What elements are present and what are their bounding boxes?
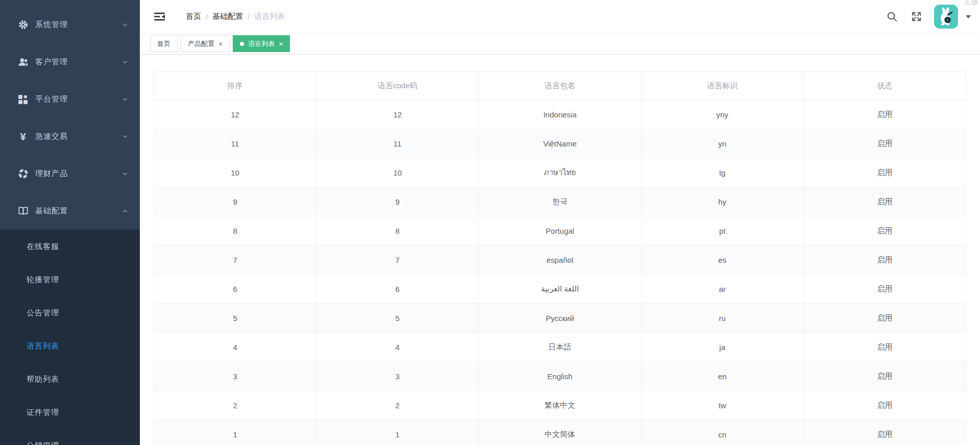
active-dot-icon <box>240 42 244 46</box>
tags-view-bar: 首页 产品配置 × 语言列表 × <box>140 33 980 55</box>
cell-sort: 8 <box>154 216 316 245</box>
cell-sort: 1 <box>154 420 316 445</box>
cell-mark: en <box>641 362 803 391</box>
chevron-down-icon <box>121 170 129 178</box>
topbar-right <box>885 5 971 29</box>
submenu-item-language-list[interactable]: 语言列表 <box>0 329 140 362</box>
sidebar-item-finance[interactable]: 理财产品 <box>0 155 140 192</box>
cell-code: 3 <box>316 362 479 391</box>
cell-sort: 5 <box>154 304 316 333</box>
sidebar-item-platform[interactable]: 平台管理 <box>0 81 140 118</box>
sidebar-collapse-icon[interactable] <box>153 10 166 23</box>
cell-name: español <box>479 245 641 275</box>
content-area: 排序 语言code码 语言包名 语言标识 状态 12 12 Indonesia … <box>140 55 980 445</box>
sidebar-item-customer[interactable]: 客户管理 <box>0 43 140 81</box>
cell-sort: 6 <box>154 275 316 304</box>
chevron-down-icon <box>121 133 129 140</box>
cell-code: 5 <box>316 304 479 333</box>
fullscreen-icon[interactable] <box>910 10 923 23</box>
status-badge: 启用 <box>803 362 966 391</box>
sidebar-submenu: 在线客服 轮播管理 公告管理 语言列表 帮助列表 证件管理 分销管理 <box>0 230 140 445</box>
status-badge: 启用 <box>803 129 966 158</box>
cell-code: 11 <box>316 129 479 158</box>
language-table: 排序 语言code码 语言包名 语言标识 状态 12 12 Indonesia … <box>154 71 966 445</box>
users-icon <box>17 57 29 68</box>
submenu-item-online-service[interactable]: 在线客服 <box>0 230 140 263</box>
search-icon[interactable] <box>885 10 898 23</box>
status-badge: 启用 <box>803 420 966 445</box>
cell-mark: yn <box>641 129 803 158</box>
cell-name: اللغة العربية <box>479 275 641 304</box>
sidebar-menu: 系统管理 客户管理 <box>0 0 140 230</box>
tab-label: 语言列表 <box>248 39 275 48</box>
cell-sort: 11 <box>154 129 316 158</box>
tab-language-list[interactable]: 语言列表 × <box>233 35 290 52</box>
cell-name: 中文简体 <box>479 420 641 445</box>
submenu-item-carousel[interactable]: 轮播管理 <box>0 263 140 296</box>
cell-code: 6 <box>316 275 479 304</box>
sidebar-item-trade[interactable]: ¥ 急速交易 <box>0 118 140 155</box>
cell-mark: es <box>641 245 803 275</box>
cell-mark: cn <box>641 420 803 445</box>
cell-code: 10 <box>316 158 479 187</box>
table-row: 3 3 English en 启用 <box>154 362 966 391</box>
table-header-row: 排序 语言code码 语言包名 语言标识 状态 <box>154 72 966 100</box>
cell-code: 12 <box>316 100 479 129</box>
cell-name: Indonesia <box>479 100 641 129</box>
cell-code: 2 <box>316 391 479 420</box>
gear-icon <box>17 19 29 31</box>
table-row: 2 2 繁体中文 tw 启用 <box>154 391 966 420</box>
sidebar-item-baseconfig[interactable]: 基础配置 <box>0 192 140 230</box>
chevron-down-icon <box>121 59 129 66</box>
close-icon[interactable]: × <box>279 40 283 47</box>
cell-sort: 9 <box>154 187 316 216</box>
table-row: 5 5 Русский ru 启用 <box>154 304 966 333</box>
tab-label: 产品配置 <box>188 39 214 48</box>
status-badge: 启用 <box>803 216 966 245</box>
tab-label: 首页 <box>157 39 170 48</box>
table-row: 11 11 ViệtName yn 启用 <box>154 129 966 158</box>
table-row: 8 8 Portugal pt 启用 <box>154 216 966 245</box>
submenu-item-distribution[interactable]: 分销管理 <box>0 429 140 445</box>
watermark-text: 正版 <box>964 0 978 7</box>
table-row: 10 10 ภาษาไทย tg 启用 <box>154 158 966 187</box>
breadcrumb-current: 语言列表 <box>254 12 285 21</box>
cell-sort: 4 <box>154 333 316 362</box>
topbar: 首页 / 基础配置 / 语言列表 <box>140 0 980 33</box>
tab-product-config[interactable]: 产品配置 × <box>181 35 230 52</box>
grid-icon <box>17 94 29 105</box>
col-header-code: 语言code码 <box>316 72 479 100</box>
cell-name: English <box>479 362 641 391</box>
avatar[interactable] <box>934 5 958 29</box>
status-badge: 启用 <box>803 100 966 129</box>
status-badge: 启用 <box>803 391 966 420</box>
book-icon <box>17 206 29 217</box>
tab-home[interactable]: 首页 <box>150 35 178 52</box>
chevron-up-icon <box>121 208 129 215</box>
cell-sort: 7 <box>154 245 316 275</box>
cell-name: 日本語 <box>479 333 641 362</box>
submenu-item-announcement[interactable]: 公告管理 <box>0 296 140 329</box>
cell-mark: ru <box>641 304 803 333</box>
status-badge: 启用 <box>803 245 966 275</box>
status-badge: 启用 <box>803 158 966 187</box>
table-row: 1 1 中文简体 cn 启用 <box>154 420 966 445</box>
cell-name: 繁体中文 <box>479 391 641 420</box>
cell-code: 4 <box>316 333 479 362</box>
status-badge: 启用 <box>803 304 966 333</box>
breadcrumb-section[interactable]: 基础配置 <box>212 12 243 21</box>
breadcrumb-home[interactable]: 首页 <box>186 12 201 21</box>
close-icon[interactable]: × <box>218 40 223 47</box>
caret-down-icon[interactable] <box>966 15 971 21</box>
cell-name: Русский <box>479 304 641 333</box>
col-header-status: 状态 <box>803 72 966 100</box>
cell-name: Portugal <box>479 216 641 245</box>
cell-sort: 12 <box>154 100 316 129</box>
sidebar-item-label: 客户管理 <box>35 57 68 67</box>
cell-mark: yny <box>641 100 803 129</box>
sidebar-item-system[interactable]: 系统管理 <box>0 6 140 43</box>
submenu-item-help-list[interactable]: 帮助列表 <box>0 362 140 395</box>
cell-mark: ar <box>641 275 803 304</box>
submenu-item-certificate[interactable]: 证件管理 <box>0 395 140 429</box>
donut-icon <box>17 168 29 180</box>
